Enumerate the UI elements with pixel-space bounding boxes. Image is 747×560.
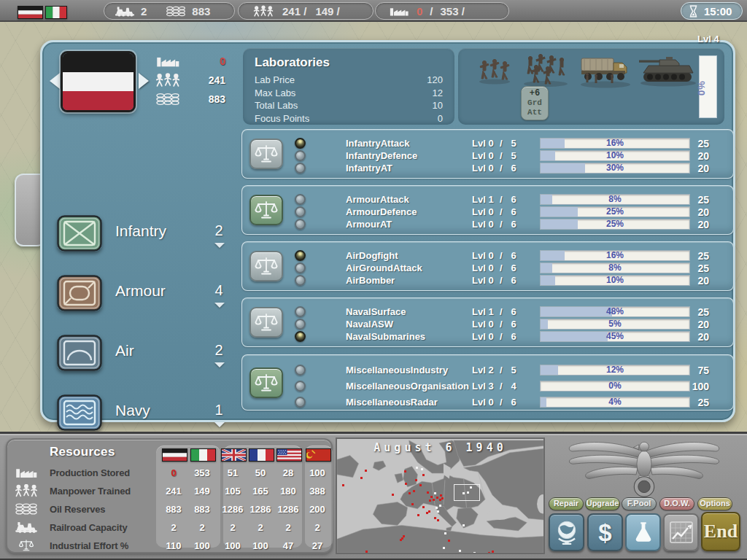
research-progress-bar: 30% bbox=[540, 163, 690, 174]
research-cost: 25 bbox=[674, 194, 709, 206]
city-dot-axis bbox=[342, 484, 344, 486]
research-select-radio[interactable] bbox=[295, 150, 306, 161]
category-item-infantry[interactable]: Infantry2 bbox=[48, 214, 236, 254]
resource-value: 0 bbox=[159, 467, 188, 478]
resource-value: 883 bbox=[187, 504, 217, 515]
map-button[interactable] bbox=[549, 513, 584, 551]
oil-reserves-value: 883 bbox=[192, 5, 210, 18]
city-dot-axis bbox=[492, 551, 494, 553]
chevron-down-icon[interactable] bbox=[214, 362, 225, 368]
research-select-radio[interactable] bbox=[295, 194, 306, 205]
category-item-armour[interactable]: Armour4 bbox=[48, 273, 236, 314]
category-label: Air bbox=[115, 342, 134, 359]
research-progress-bar: 45% bbox=[540, 331, 690, 342]
lab-row-value: 120 bbox=[427, 74, 443, 87]
research-select-radio[interactable] bbox=[295, 331, 306, 342]
research-select-radio[interactable] bbox=[295, 206, 306, 217]
city-dot-neutral bbox=[437, 510, 439, 513]
research-select-radio[interactable] bbox=[295, 163, 306, 174]
research-max-level: 6 bbox=[507, 262, 520, 273]
research-cost: 25 bbox=[674, 250, 709, 262]
research-select-radio[interactable] bbox=[295, 381, 306, 392]
chevron-down-icon[interactable] bbox=[214, 303, 225, 308]
statistics-button[interactable] bbox=[663, 513, 699, 551]
research-progress-bar: 5% bbox=[540, 319, 690, 330]
city-dot-axis bbox=[403, 535, 405, 537]
research-group: ArmourAttackLvl 1/68%25ArmourDefenceLvl … bbox=[241, 185, 734, 235]
research-select-radio[interactable] bbox=[295, 138, 306, 149]
fpool-button[interactable]: F.Pool bbox=[622, 497, 657, 510]
research-cost: 20 bbox=[674, 163, 709, 174]
next-nation-button[interactable] bbox=[139, 73, 149, 89]
research-cost: 20 bbox=[674, 319, 709, 330]
factory-icon bbox=[13, 466, 39, 479]
research-button[interactable] bbox=[625, 513, 661, 551]
armour-unit-icon[interactable] bbox=[57, 275, 102, 311]
category-count: 2 bbox=[207, 222, 231, 239]
lab-row-label: Focus Points bbox=[255, 112, 309, 125]
air-unit-icon[interactable] bbox=[57, 335, 102, 371]
research-level: Lvl 3 bbox=[472, 381, 498, 392]
chevron-down-icon[interactable] bbox=[214, 243, 225, 248]
chevron-down-icon[interactable] bbox=[214, 422, 225, 427]
unit-level-label: Lvl 4 bbox=[697, 34, 719, 44]
infantry-squad-sprite bbox=[476, 54, 513, 85]
resource-value: 2 bbox=[274, 522, 303, 533]
resource-label: Manpower Trained bbox=[50, 486, 131, 497]
research-percent: 8% bbox=[541, 195, 689, 204]
navy-unit-icon[interactable] bbox=[57, 394, 102, 431]
upgrade-button[interactable]: Upgrade bbox=[585, 497, 620, 510]
category-item-navy[interactable]: Navy1 bbox=[48, 393, 236, 434]
resource-value: 105 bbox=[218, 486, 247, 497]
city-dot-axis bbox=[365, 470, 367, 472]
research-percent: 10% bbox=[541, 276, 689, 285]
rail-oil-status-box: 2 883 bbox=[104, 2, 235, 20]
game-screen: 2 883 241 / 149 / 0 / 353 / 15:00 bbox=[0, 0, 747, 560]
manpower-value: 241 / bbox=[282, 5, 306, 18]
research-progress-bar: 0% bbox=[540, 381, 690, 392]
repair-button[interactable]: Repair bbox=[549, 497, 584, 510]
research-progress-bar: 10% bbox=[540, 275, 690, 286]
research-progress-bar: 48% bbox=[540, 306, 690, 317]
options-button[interactable]: Options bbox=[697, 497, 732, 510]
research-cost: 20 bbox=[674, 150, 709, 162]
city-dot-neutral bbox=[444, 532, 446, 534]
city-dot-axis bbox=[436, 497, 438, 499]
category-item-air[interactable]: Air2 bbox=[48, 333, 236, 374]
research-select-radio[interactable] bbox=[295, 219, 306, 230]
dollar-icon: $ bbox=[598, 521, 611, 545]
economy-button[interactable]: $ bbox=[587, 513, 623, 551]
resource-label: Railroad Capacity bbox=[50, 522, 127, 533]
end-turn-button[interactable]: End bbox=[701, 512, 740, 551]
research-max-level: 4 bbox=[507, 381, 520, 392]
city-dot-neutral bbox=[434, 492, 436, 494]
prev-nation-button[interactable] bbox=[50, 73, 60, 89]
dow-button[interactable]: D.O.W. bbox=[659, 497, 694, 510]
train-icon bbox=[13, 521, 39, 534]
minimap-viewport[interactable] bbox=[454, 484, 480, 501]
research-select-radio[interactable] bbox=[295, 306, 306, 317]
research-cost: 100 bbox=[674, 381, 709, 392]
category-label: Armour bbox=[115, 282, 166, 300]
city-dot-neutral bbox=[459, 550, 461, 552]
research-select-radio[interactable] bbox=[295, 262, 306, 273]
research-percent: 25% bbox=[541, 219, 689, 229]
city-dot-axis bbox=[409, 492, 411, 494]
resource-value: 27 bbox=[303, 540, 332, 551]
research-cost: 25 bbox=[674, 397, 709, 408]
resources-title: Resources bbox=[50, 445, 115, 459]
research-name: MiscellaneousOrganisation bbox=[346, 381, 473, 392]
research-select-radio[interactable] bbox=[295, 397, 306, 408]
infantry-unit-icon[interactable] bbox=[57, 215, 102, 252]
research-select-radio[interactable] bbox=[295, 275, 306, 286]
lab-row-value: 10 bbox=[433, 99, 443, 112]
production-sep: / bbox=[430, 5, 433, 18]
research-name: AirGroundAttack bbox=[346, 262, 473, 273]
resource-value: 2 bbox=[303, 522, 332, 533]
research-select-radio[interactable] bbox=[295, 319, 306, 330]
minimap[interactable]: August 6 1940 bbox=[336, 438, 545, 554]
research-select-radio[interactable] bbox=[295, 250, 306, 261]
research-progress-bar: 16% bbox=[540, 138, 690, 149]
category-count: 1 bbox=[207, 402, 231, 419]
research-select-radio[interactable] bbox=[295, 365, 306, 376]
